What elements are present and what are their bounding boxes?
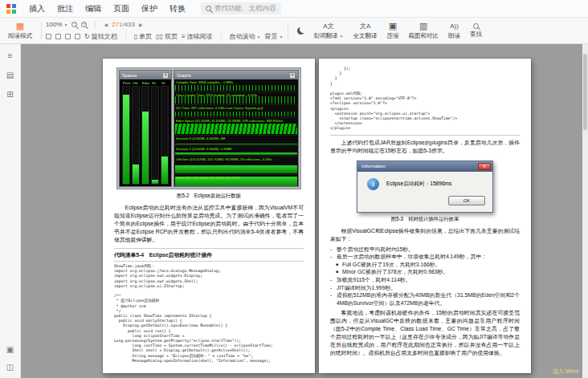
visualgc-graph-row: GC Time: 397 collections, 4.149s Last Ca…	[174, 105, 298, 118]
compress-button[interactable]: ▣ 压缩	[382, 19, 404, 42]
single-page-button[interactable]: ▯单页	[134, 32, 152, 41]
thumbnail-panel-icon[interactable]: ▤	[6, 71, 14, 79]
bullet-item: ■Full GC被执行了19次，共耗时3.166秒。	[330, 261, 520, 269]
divider	[221, 34, 222, 40]
body-paragraph: Eclipse启动的总耗时没有办法从监控工具中直接获得，因为VisualVM不可…	[114, 204, 304, 244]
bullet-item: -最后一次启动的数据样本中，垃圾收集总耗时4.149秒，其中：	[330, 253, 520, 261]
divider	[95, 22, 96, 28]
page-indicator[interactable]: 271/433	[112, 21, 135, 28]
visualgc-graph-row: Eden Space (31.500M, 31.500M): 24.380M, …	[174, 118, 298, 136]
read-aloud-button[interactable]: A)) 朗读	[443, 19, 465, 42]
menu-page[interactable]: 页面	[113, 3, 129, 14]
continuous-read-button[interactable]: ≡连续阅读	[182, 32, 213, 41]
background-dropdown[interactable]: 背景▼	[265, 32, 284, 41]
select-tool-icon[interactable]	[46, 34, 51, 39]
divider	[288, 22, 288, 39]
find-button[interactable]: 查找	[465, 19, 487, 42]
vertical-scrollbar[interactable]	[582, 44, 588, 378]
left-sidebar: ≡ ▤ ⊞ ▣ ◫	[0, 44, 21, 378]
compress-icon: ▣	[389, 22, 397, 30]
document-page-left[interactable]: Spaces ✕ Perm Old Eden	[103, 59, 315, 373]
figure-caption-5-2: 图5-2 Eclipse原始运行数据	[114, 193, 304, 200]
note-tool-icon[interactable]	[75, 34, 80, 39]
mobile-sync-icon[interactable]: ◫	[6, 364, 14, 372]
menu-protect[interactable]: 保护	[141, 3, 157, 14]
function-search-input[interactable]: 查找功能、文档内容	[201, 2, 281, 14]
bullet-item: -JIT编译时间为1.999秒。	[330, 284, 520, 292]
visualgc-space-column: Perm	[122, 86, 130, 185]
bullet-item: -虚拟机512MB的堆内存被分配为40MB的新生代（31.5MB的Eden空间和…	[330, 291, 520, 307]
visualgc-figure: Spaces ✕ Perm Old Eden	[116, 67, 301, 189]
single-page-icon: ▯	[134, 33, 137, 40]
reading-mode-button[interactable]: ▦ 阅读模式	[3, 19, 37, 42]
bullet-item: -整个启动过程平均耗时约15秒。	[330, 246, 520, 254]
auto-scroll-dropdown[interactable]: 自动滚动▼	[230, 32, 261, 41]
chevron-down-icon: ▼	[280, 35, 284, 39]
visualgc-space-column: S1	[161, 86, 169, 185]
reading-mode-icon: ▦	[16, 22, 24, 30]
body-paragraph: 上述代码打包成JAR后放到Eclipse的plugins目录，反复启动几次后，插…	[330, 139, 520, 155]
dark-mode-button[interactable]	[292, 19, 309, 42]
highlight-tool-icon[interactable]	[65, 34, 71, 39]
full-translate-icon: 文A	[360, 22, 370, 30]
word-translate-button[interactable]: A文 划词翻译 ▼	[309, 19, 349, 42]
dialog-close-icon: ✕	[478, 163, 491, 170]
menu-annotate[interactable]: 批注	[57, 3, 73, 14]
continuous-icon: ≡	[182, 33, 186, 40]
body-paragraph: 客观地说，考虑到该机器硬件的条件，15秒的启动时间其实还在可接受范围以内，但是从…	[330, 309, 520, 357]
next-page-button[interactable]: ▶	[139, 22, 143, 27]
moon-icon	[297, 27, 304, 35]
visualgc-spaces-panel: Spaces ✕ Perm Old Eden	[119, 70, 172, 187]
current-page-input[interactable]: 271	[112, 21, 122, 28]
bullet-item: -加载类9115个，耗时4.114秒。	[330, 276, 520, 284]
graphs-panel-title: Graphs	[177, 73, 191, 78]
menubar: 插入 批注 编辑 页面 保护 转换 查找功能、文档内容	[0, 0, 588, 18]
outline-panel-icon[interactable]: ≡	[8, 52, 13, 60]
scrollbar-thumb[interactable]	[583, 54, 587, 130]
zoom-out-button[interactable]: −	[71, 22, 77, 27]
visualgc-graph-row: Old Gen (472.625M, 115.703M): 93.938M, 1…	[174, 156, 298, 175]
menu-insert[interactable]: 插入	[29, 3, 45, 14]
search-icon	[206, 6, 211, 11]
chevron-down-icon: ▼	[63, 22, 67, 27]
info-icon: i	[367, 178, 379, 190]
visualgc-graph-row: Compile Time: 3556 compiles - 1.999s	[174, 79, 298, 92]
code-block-showtime-java: ShowTime.java代码： import org.eclipse.jfac…	[114, 264, 304, 364]
app-logo-icon	[6, 4, 10, 8]
figure-caption-5-3: 图5-3 耗时统计插件运行效果	[330, 216, 520, 223]
close-icon: ✕	[289, 72, 296, 79]
apps-icon[interactable]: ▣	[6, 346, 14, 354]
divider	[125, 34, 126, 40]
double-page-button[interactable]: ▯▯双页	[156, 32, 178, 41]
bookmark-panel-icon[interactable]: ⊞	[6, 91, 13, 99]
hand-tool-icon[interactable]	[55, 34, 61, 39]
word-translate-icon: A文	[323, 22, 333, 30]
dialog-ok-button: OK	[448, 196, 485, 205]
search-placeholder: 查找功能、文档内容	[214, 4, 276, 14]
total-pages-label: /433	[122, 21, 135, 28]
body-paragraph: 根据VisualGC和Eclipse插件收集到的信息，总结出下面几条主要的测试结…	[330, 227, 520, 243]
reading-toolbar: ▦ 阅读模式 100%▼ − + ◀ 271/433 ▶ ↻旋转文档	[0, 18, 588, 44]
menu-edit[interactable]: 编辑	[85, 3, 101, 14]
visualgc-graph-row: Survivor 0 (4.000M, 4.000M): 0M	[174, 136, 298, 146]
dialog-title: Information	[361, 164, 386, 169]
zoom-level-dropdown[interactable]: 100%▼	[46, 21, 67, 28]
code-listing-title: 代码清单5-4 Eclipse启动耗时统计插件	[114, 248, 304, 262]
find-icon	[473, 23, 479, 29]
document-page-right[interactable]: }); } } } plugin.xml代码： <?xml version="1…	[319, 59, 531, 373]
visualgc-graph-row: Survivor 1 (4.000M, 4.000M): 1.208M	[174, 146, 298, 156]
prev-page-button[interactable]: ◀	[104, 22, 108, 27]
full-translate-button[interactable]: 文A 全文翻译	[349, 19, 382, 42]
zoom-in-button[interactable]: +	[81, 22, 87, 27]
code-block-plugin-xml: }); } } } plugin.xml代码： <?xml version="1…	[330, 67, 520, 136]
menu-convert[interactable]: 转换	[169, 3, 186, 14]
screenshot-compare-button[interactable]: ▥ 截图和对比	[404, 19, 444, 42]
double-page-icon: ▯▯	[156, 33, 163, 40]
divider	[41, 22, 42, 39]
watermark-text: 深入:Wind	[553, 368, 578, 376]
visualgc-space-column: S0	[151, 86, 159, 185]
visualgc-graphs-panel: Graphs ✕ Compile Time: 3556 compiles - 1…	[174, 70, 299, 187]
read-aloud-icon: A))	[450, 22, 459, 30]
rotate-document-button[interactable]: ↻旋转文档	[84, 32, 117, 41]
dialog-message: Eclipse启动耗时：15896ms	[386, 181, 451, 188]
